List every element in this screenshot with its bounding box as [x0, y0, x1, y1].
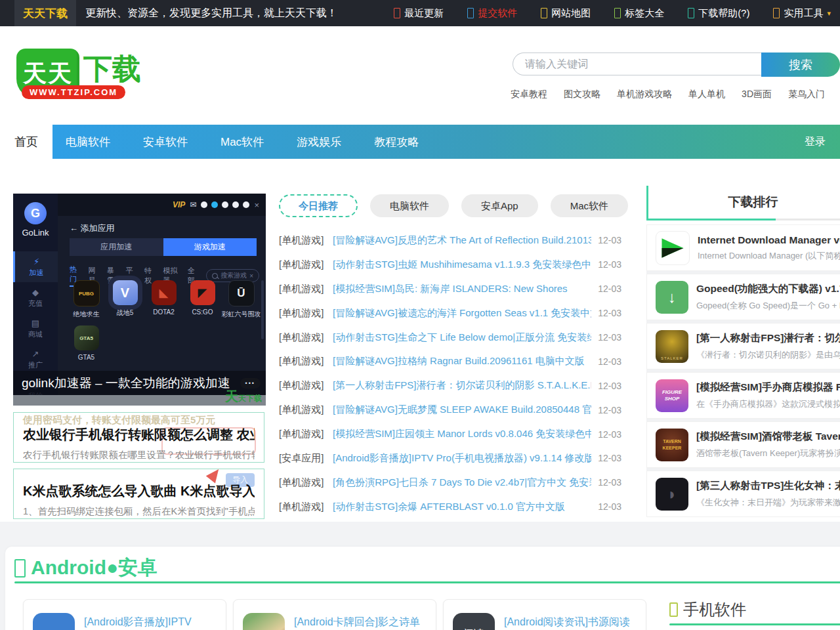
feed-title-link[interactable]: [动作射击STG]余爆 AFTERBLAST v0.1.0 官方中文版: [333, 501, 591, 513]
ranking-item-text: [模拟经营SIM]手办商店模拟器 Fi 在《手办商店模拟器》这款沉浸式模拟经营: [696, 381, 840, 410]
feed-tab[interactable]: 安卓App: [461, 194, 538, 217]
nav-bar: 电脑软件 安卓软件 Mac软件 游戏娱乐 教程攻略 登录: [52, 125, 840, 159]
login-link[interactable]: 登录: [805, 135, 826, 149]
ranking-item[interactable]: STALKER [第一人称射击FPS]潜行者：切尔 《潜行者：切尔诺贝利的阴影》…: [646, 323, 840, 369]
feed-date: 12-03: [598, 259, 621, 270]
ranking-item-title[interactable]: Gopeed(功能强大的下载器) v1.7: [696, 282, 840, 296]
ranking-item-icon: ↓: [656, 281, 688, 314]
android-app-card[interactable]: [Android影音播放]IPTV Pro(手: [23, 599, 226, 630]
app-scrollbar: [261, 280, 264, 339]
article-card[interactable]: 导入 K米点歌系统怎么导入歌曲 K米点歌导入 1、首先扫码绑定连接包厢，然后在K…: [13, 469, 264, 519]
slider-dot[interactable]: [232, 201, 239, 208]
android-app-icon: 阅读: [453, 613, 495, 630]
topbar-menu-label: 实用工具: [784, 7, 823, 20]
feed-title-link[interactable]: [Android影音播放]IPTV Pro(手机电视播放器) v9.1.14 修…: [333, 452, 591, 465]
feed-title-link[interactable]: [动作射击STG]虫姬 Mushihimesama v1.1.9.3 免安装绿色…: [333, 259, 591, 271]
feed-title-link[interactable]: [角色扮演RPG]七日杀 7 Days To Die v2.4b7|官方中文 免…: [333, 476, 591, 489]
featured-slider[interactable]: G GoLink ⚡ 加速 ◆ 充值 ▤ 商城 ↗: [13, 194, 266, 406]
feed-tab[interactable]: Mac软件: [551, 194, 628, 217]
slider-dot[interactable]: [243, 201, 249, 208]
feed-category[interactable]: [单机游戏]: [279, 283, 331, 295]
feed-title-link[interactable]: [冒险解谜AVG]被遗忘的海洋 Forgotten Seas v1.1 免安装中…: [333, 307, 591, 320]
ranking-item[interactable]: ↓ Gopeed(功能强大的下载器) v1.7 Gopeed(全称 Go Spe…: [646, 274, 840, 320]
ranking-item-title[interactable]: [第一人称射击FPS]潜行者：切尔: [696, 331, 840, 345]
feed-category[interactable]: [单机游戏]: [279, 331, 331, 344]
android-section-head: Android●安卓: [14, 555, 158, 581]
topbar-menu-item[interactable]: 实用工具 ▾: [773, 7, 831, 20]
nav-item[interactable]: 电脑软件: [66, 135, 110, 150]
hot-link[interactable]: 单机游戏攻略: [617, 89, 672, 100]
article-title[interactable]: 农业银行手机银行转账限额怎么调整 农业: [23, 426, 255, 444]
android-app-icon: [243, 613, 285, 630]
topbar-menu-label: 标签大全: [625, 7, 664, 20]
hot-link[interactable]: 菜鸟入门: [788, 89, 825, 100]
feed-category[interactable]: [单机游戏]: [279, 307, 331, 320]
feed-title-link[interactable]: [冒险解谜AVG]拉格纳 Ragnar Build.20961161 电脑中文版: [333, 355, 591, 368]
feed-category[interactable]: [单机游戏]: [279, 404, 331, 416]
topbar-menu-item[interactable]: 网站地图: [541, 7, 595, 20]
search-button[interactable]: 搜索: [761, 52, 840, 77]
article-card[interactable]: 使用密码支付，转账支付限额最高可至5万元 农业银行手机银行转账限额怎么调整 农业…: [13, 412, 264, 463]
feed-category[interactable]: [单机游戏]: [279, 428, 331, 440]
feed-title-link[interactable]: [模拟经营SIM]岛民: 新海岸 ISLANDERS: New Shores: [333, 283, 591, 295]
nav-item[interactable]: 安卓软件: [143, 135, 188, 150]
feed-category[interactable]: [安卓应用]: [279, 452, 331, 465]
nav-item[interactable]: 游戏娱乐: [297, 135, 341, 150]
app-tab: 游戏加速: [163, 238, 257, 256]
feed-category[interactable]: [单机游戏]: [279, 501, 331, 513]
game-icon: V: [113, 280, 138, 305]
hot-link[interactable]: 安卓教程: [511, 89, 547, 100]
feed-title-link[interactable]: [模拟经营SIM]庄园领主 Manor Lords v0.8.046 免安装绿色…: [333, 428, 591, 440]
game-label: 绝地求生: [74, 310, 100, 319]
ranking-item-title[interactable]: [模拟经营SIM]手办商店模拟器 Fi: [696, 381, 840, 394]
nav-item-home[interactable]: 首页: [0, 125, 52, 159]
android-app-title[interactable]: [Android阅读资讯]书源阅读: [504, 614, 630, 630]
feed-title-link[interactable]: [冒险解谜AVG]反思的艺术 The Art of Reflection Bui…: [333, 234, 591, 247]
slider-dot[interactable]: [211, 201, 218, 208]
topbar-menu-item[interactable]: 提交软件: [467, 7, 521, 20]
nav-item[interactable]: Mac软件: [220, 135, 264, 150]
hot-link[interactable]: 图文攻略: [564, 89, 600, 100]
slider-dot[interactable]: [201, 201, 207, 208]
feed-title-link[interactable]: [冒险解谜AVG]无眠梦魇 SLEEP AWAKE Build.20850448…: [333, 404, 591, 416]
ranking-item[interactable]: Internet Download Manager v6 Internet Do…: [646, 224, 840, 271]
feed-title-link[interactable]: [第一人称射击FPS]潜行者：切尔诺贝利的阴影 S.T.A.L.K.E.R.: [333, 379, 591, 392]
ranking-item-title[interactable]: [第三人称射击TPS]生化女神：末: [696, 479, 840, 493]
android-app-title[interactable]: [Android卡牌回合]影之诗单机: [294, 614, 427, 630]
ranking-item[interactable]: ◗ [第三人称射击TPS]生化女神：末 《生化女神：末日开端》为玩家带来激烈的: [646, 471, 840, 517]
feed-category[interactable]: [单机游戏]: [279, 379, 331, 392]
topbar-menu-item[interactable]: 下载帮助(?): [688, 7, 753, 20]
feed-title-link[interactable]: [动作射击STG]生命之下 Life Below demo|正版分流 免安装绿色: [333, 331, 591, 344]
app-tab: 应用加速: [70, 238, 163, 256]
ranking-item[interactable]: TAVERN KEEPER [模拟经营SIM]酒馆带老板 Tavern 酒馆带老…: [646, 421, 840, 468]
topbar-menu-item[interactable]: 标签大全: [614, 7, 668, 20]
ranking-item-title[interactable]: [模拟经营SIM]酒馆带老板 Tavern: [696, 430, 840, 444]
android-app-title[interactable]: [Android影音播放]IPTV Pro(手: [84, 614, 217, 630]
ranking-item-title[interactable]: Internet Download Manager v6: [698, 234, 840, 246]
site-logo[interactable]: 天天 下载 WWW.TTZIP.COM: [16, 46, 148, 106]
feed-category[interactable]: [单机游戏]: [279, 234, 331, 247]
android-section-title: Android●安卓: [31, 555, 158, 581]
ranking-tab[interactable]: 下载排行: [648, 186, 840, 219]
hot-link[interactable]: 3D画面: [742, 89, 772, 100]
topbar-menu-item[interactable]: 最近更新: [394, 7, 448, 20]
feed-tab[interactable]: 今日推荐: [279, 194, 358, 217]
feed-category[interactable]: [单机游戏]: [279, 259, 331, 271]
nav-item[interactable]: 教程攻略: [374, 135, 419, 150]
ranking-item-desc: Internet Download Manager (以下简称 ID: [698, 250, 840, 262]
android-app-card[interactable]: [Android卡牌回合]影之诗单机: [233, 599, 436, 630]
article-title[interactable]: K米点歌系统怎么导入歌曲 K米点歌导入: [23, 482, 255, 500]
feed-tab[interactable]: 电脑软件: [370, 194, 449, 217]
slider-dot[interactable]: [222, 201, 228, 208]
topbar-brand[interactable]: 天天下载: [14, 0, 76, 27]
feed-category[interactable]: [单机游戏]: [279, 355, 331, 368]
ranking-item[interactable]: FIGURE SHOP [模拟经营SIM]手办商店模拟器 Fi 在《手办商店模拟…: [646, 372, 840, 419]
app-tabs: 应用加速 游戏加速: [70, 238, 257, 256]
android-section-underline: [14, 581, 840, 583]
game-label: GTA5: [78, 354, 94, 361]
hot-link[interactable]: 单人单机: [688, 89, 725, 100]
game-search-placeholder: 搜索游戏: [220, 271, 247, 280]
android-app-card[interactable]: 阅读 [Android阅读资讯]书源阅读: [443, 599, 646, 630]
search-input[interactable]: [513, 52, 762, 75]
feed-category[interactable]: [单机游戏]: [279, 476, 331, 489]
